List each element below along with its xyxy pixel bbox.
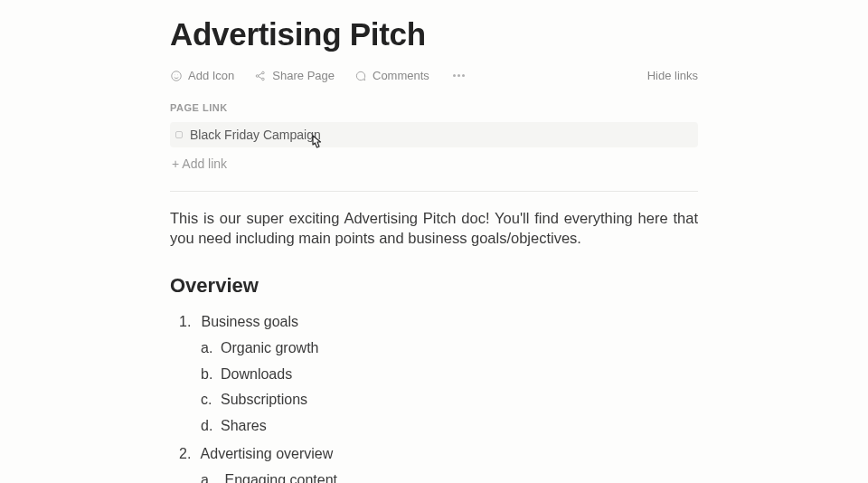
svg-point-3 <box>257 74 259 77</box>
share-page-button[interactable]: Share Page <box>254 69 335 82</box>
page-link-text: Black Friday Campaign <box>190 128 321 142</box>
list-item: Advertising overview Engaging content Yo… <box>179 442 698 484</box>
intro-paragraph: This is our super exciting Advertising P… <box>170 208 698 249</box>
page-icon <box>175 131 183 138</box>
page-link-item[interactable]: Black Friday Campaign <box>170 122 698 147</box>
hide-links-button[interactable]: Hide links <box>647 69 698 82</box>
list-item: Subscriptions <box>201 388 698 412</box>
list-item: Shares <box>201 414 698 438</box>
comment-icon <box>354 70 367 82</box>
add-icon-label: Add Icon <box>188 69 234 82</box>
svg-point-1 <box>175 74 175 75</box>
page-title: Advertising Pitch <box>170 16 698 52</box>
add-link-button[interactable]: + Add link <box>170 153 698 175</box>
list-item: Organic growth <box>201 336 698 360</box>
list-item: Business goals Organic growth Downloads … <box>179 310 698 438</box>
list-item: Engaging content Youtube <box>201 469 698 483</box>
dot-icon <box>462 74 465 77</box>
svg-point-0 <box>172 71 182 80</box>
svg-point-2 <box>177 74 178 75</box>
overview-heading: Overview <box>170 274 698 298</box>
comments-label: Comments <box>373 69 429 82</box>
share-page-label: Share Page <box>272 69 335 82</box>
list-item: Downloads <box>201 363 698 386</box>
svg-point-4 <box>262 71 265 74</box>
overview-list: Business goals Organic growth Downloads … <box>170 310 698 483</box>
more-options-button[interactable] <box>449 71 468 80</box>
page-link-section-label: PAGE LINK <box>170 102 698 113</box>
share-icon <box>254 70 267 82</box>
dot-icon <box>458 74 460 77</box>
dot-icon <box>453 74 456 77</box>
smiley-icon <box>170 70 183 82</box>
add-icon-button[interactable]: Add Icon <box>170 69 234 82</box>
comments-button[interactable]: Comments <box>354 69 429 82</box>
page-toolbar: Add Icon Share Page Comments Hide links <box>170 69 698 82</box>
divider <box>170 191 698 192</box>
svg-point-5 <box>262 78 265 80</box>
